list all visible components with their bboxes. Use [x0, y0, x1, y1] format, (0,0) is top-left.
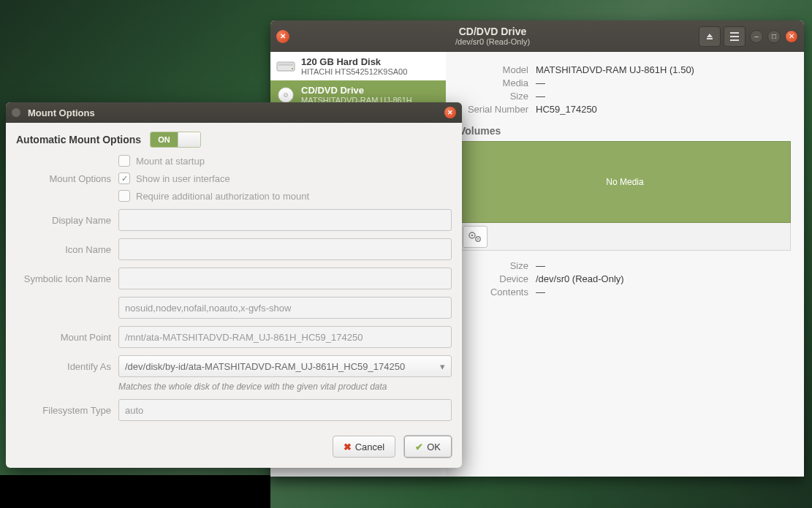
ok-button[interactable]: ✔ OK — [404, 436, 452, 458]
fs-type-label: Filesystem Type — [16, 405, 111, 416]
no-media-text: No Media — [606, 177, 643, 187]
mount-point-label: Mount Point — [16, 332, 111, 343]
close-icon[interactable]: ✕ — [276, 30, 289, 43]
symbolic-icon-input[interactable] — [118, 268, 452, 289]
window-title: CD/DVD Drive — [289, 26, 696, 38]
window-title-block: CD/DVD Drive /dev/sr0 (Read-Only) — [289, 26, 696, 48]
maximize-button[interactable]: □ — [767, 30, 781, 43]
svg-rect-0 — [277, 62, 295, 71]
label-size: Size — [459, 91, 536, 102]
checkbox-startup[interactable] — [118, 155, 130, 167]
window-subtitle: /dev/sr0 (Read-Only) — [289, 37, 696, 47]
device-name: CD/DVD Drive — [301, 85, 412, 96]
value-contents: — — [536, 287, 545, 297]
display-name-input[interactable] — [118, 209, 452, 231]
label-media: Media — [459, 77, 536, 88]
value-model: MATSHITADVD-RAM UJ-861H (1.50) — [536, 64, 694, 75]
switch-state-text: ON — [151, 132, 178, 147]
minimize-button[interactable]: – — [750, 30, 763, 43]
svg-point-9 — [477, 238, 479, 239]
label-device: Device — [459, 273, 536, 284]
mount-point-input[interactable] — [118, 326, 452, 348]
volume-toolbar — [459, 223, 791, 251]
identify-as-helper: Matches the whole disk of the device wit… — [118, 382, 452, 392]
cancel-icon: ✖ — [344, 441, 352, 452]
cd-icon — [276, 86, 295, 105]
checkbox-auth[interactable] — [118, 190, 130, 202]
ok-label: OK — [427, 441, 441, 452]
titlebar-dot-icon — [12, 108, 20, 117]
gears-icon — [468, 231, 482, 243]
cancel-label: Cancel — [355, 441, 384, 452]
volume-settings-button[interactable] — [463, 226, 487, 248]
identify-as-label: Identify As — [16, 361, 111, 372]
dialog-close-button[interactable]: ✕ — [444, 107, 456, 118]
value-device: /dev/sr0 (Read-Only) — [536, 273, 624, 284]
mount-options-input[interactable] — [118, 297, 452, 319]
svg-rect-1 — [278, 64, 293, 66]
value-serial: HC59_174250 — [536, 104, 597, 115]
volumes-header: Volumes — [459, 125, 791, 137]
checkbox-row-startup[interactable]: Mount at startup — [118, 155, 452, 167]
device-row-hdd[interactable]: 120 GB Hard Disk HITACHI HTS542512K9SA00 — [270, 52, 446, 80]
switch-handle — [178, 132, 200, 147]
hamburger-menu-button[interactable] — [724, 26, 745, 47]
identify-as-value: /dev/disk/by-id/ata-MATSHITADVD-RAM_UJ-8… — [125, 361, 405, 372]
dialog-titlebar: Mount Options ✕ — [6, 102, 462, 123]
checkbox-show-ui-label: Show in user interface — [136, 173, 230, 184]
automatic-mount-label: Automatic Mount Options — [16, 134, 141, 145]
device-detail-pane: ModelMATSHITADVD-RAM UJ-861H (1.50) Medi… — [446, 52, 804, 477]
label-model: Model — [459, 64, 536, 75]
hamburger-icon — [729, 32, 740, 41]
eject-icon — [705, 32, 714, 41]
value-media: — — [536, 77, 545, 88]
svg-point-5 — [285, 94, 287, 95]
value-vol-size: — — [536, 260, 545, 271]
identify-as-combo[interactable]: /dev/disk/by-id/ata-MATSHITADVD-RAM_UJ-8… — [118, 355, 452, 377]
mount-options-dialog: Mount Options ✕ Automatic Mount Options … — [6, 102, 462, 468]
icon-name-label: Icon Name — [16, 244, 111, 255]
label-serial: Serial Number — [459, 104, 536, 115]
volume-box[interactable]: No Media — [459, 141, 791, 223]
checkbox-row-auth[interactable]: Require additional authorization to moun… — [118, 190, 452, 202]
window-close-button[interactable]: ✕ — [785, 30, 798, 43]
label-vol-size: Size — [459, 260, 536, 271]
checkbox-auth-label: Require additional authorization to moun… — [136, 191, 309, 202]
desktop-black-strip — [0, 475, 270, 508]
checkbox-row-show-ui[interactable]: Show in user interface — [118, 173, 452, 184]
label-contents: Contents — [459, 287, 536, 297]
device-name: 120 GB Hard Disk — [301, 56, 407, 67]
checkbox-show-ui[interactable] — [118, 173, 130, 184]
disks-titlebar: ✕ CD/DVD Drive /dev/sr0 (Read-Only) – □ … — [270, 20, 804, 52]
ok-icon: ✔ — [415, 441, 423, 452]
checkbox-startup-label: Mount at startup — [136, 156, 205, 167]
dialog-title: Mount Options — [28, 107, 444, 118]
fs-type-input[interactable] — [118, 399, 452, 421]
display-name-label: Display Name — [16, 215, 111, 226]
hdd-icon — [276, 57, 295, 76]
chevron-down-icon: ▾ — [440, 361, 445, 372]
svg-point-7 — [471, 234, 474, 236]
value-size: — — [536, 91, 545, 102]
svg-point-2 — [292, 68, 293, 69]
cancel-button[interactable]: ✖ Cancel — [333, 436, 395, 458]
eject-button[interactable] — [699, 26, 721, 47]
automatic-mount-switch[interactable]: ON — [150, 132, 201, 148]
symbolic-icon-label: Symbolic Icon Name — [16, 273, 111, 284]
icon-name-input[interactable] — [118, 238, 452, 260]
device-model: HITACHI HTS542512K9SA00 — [301, 67, 407, 76]
mount-options-row-label: Mount Options — [16, 173, 111, 184]
